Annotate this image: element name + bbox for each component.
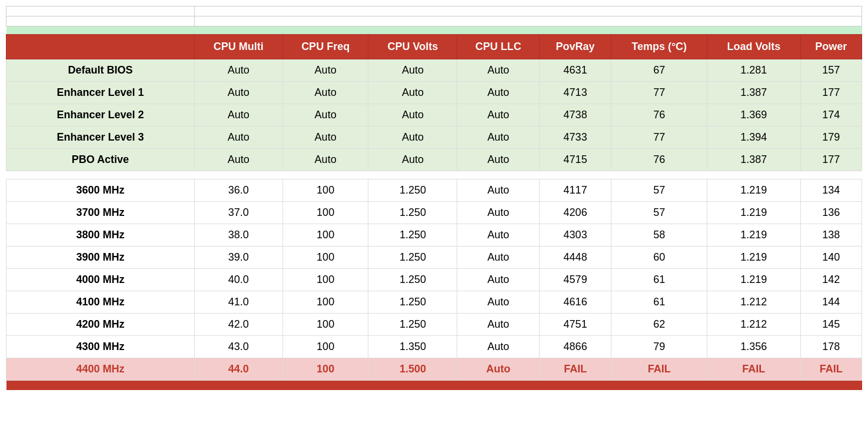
row-cell: Auto [457, 269, 540, 291]
row-cell: Auto [457, 202, 540, 224]
row-cell: 4616 [540, 291, 611, 314]
row-label: 4100 MHz [6, 291, 195, 314]
row-cell: 1.219 [707, 269, 800, 291]
row-cell: 4733 [540, 126, 611, 149]
red-bottom-bar [6, 381, 862, 390]
row-label: 3800 MHz [6, 224, 195, 247]
row-cell: Auto [457, 247, 540, 269]
row-cell: 4448 [540, 247, 611, 269]
row-label: Enhancer Level 2 [6, 104, 195, 126]
row-cell: 1.250 [368, 247, 457, 269]
row-label: 4200 MHz [6, 314, 195, 336]
col-header-cpu-freq: CPU Freq [282, 35, 368, 59]
white-data-row: 3800 MHz38.01001.250Auto4303581.219138 [6, 224, 862, 247]
row-label: Enhancer Level 3 [6, 126, 195, 149]
row-cell: 61 [611, 291, 707, 314]
row-cell: 1.250 [368, 269, 457, 291]
col-header-power: Power [800, 35, 862, 59]
row-cell: 4751 [540, 314, 611, 336]
white-data-row: 3900 MHz39.01001.250Auto4448601.219140 [6, 247, 862, 269]
col-header-load-volts: Load Volts [707, 35, 800, 59]
row-cell: 4579 [540, 269, 611, 291]
row-cell: 1.394 [707, 126, 800, 149]
row-cell: 100 [282, 247, 368, 269]
row-cell: Auto [457, 126, 540, 149]
fail-data-row: 4400 MHz44.01001.500AutoFAILFAILFAILFAIL [6, 358, 862, 381]
row-cell: 1.356 [707, 336, 800, 358]
row-cell: Auto [457, 314, 540, 336]
row-cell: 57 [611, 202, 707, 224]
column-header-row: CPU Multi CPU Freq CPU Volts CPU LLC Pov… [6, 35, 862, 59]
row-cell: 100 [282, 179, 368, 202]
row-cell: Auto [282, 104, 368, 126]
row-label: 3600 MHz [6, 179, 195, 202]
row-cell: 1.281 [707, 59, 800, 82]
col-header-cpu-volts: CPU Volts [368, 35, 457, 59]
row-cell: 1.219 [707, 247, 800, 269]
white-data-row: 4200 MHz42.01001.250Auto4751621.212145 [6, 314, 862, 336]
row-cell: Auto [457, 104, 540, 126]
row-cell: Auto [194, 126, 282, 149]
cpu-value [194, 16, 862, 26]
row-cell: 178 [800, 336, 862, 358]
row-cell: 79 [611, 336, 707, 358]
col-header-cpu-multi: CPU Multi [194, 35, 282, 59]
row-cell: 60 [611, 247, 707, 269]
spacer-white-middle [6, 171, 862, 179]
row-cell: Auto [457, 82, 540, 104]
row-label: 3900 MHz [6, 247, 195, 269]
row-cell: Auto [194, 59, 282, 82]
row-cell: 4206 [540, 202, 611, 224]
cpu-row [6, 16, 862, 26]
row-label: Enhancer Level 1 [6, 82, 195, 104]
row-cell: 4713 [540, 82, 611, 104]
white-data-row: 4100 MHz41.01001.250Auto4616611.212144 [6, 291, 862, 314]
row-cell: Auto [457, 224, 540, 247]
row-cell: 100 [282, 358, 368, 381]
row-label: 4300 MHz [6, 336, 195, 358]
row-cell: 142 [800, 269, 862, 291]
row-cell: 177 [800, 149, 862, 171]
row-cell: FAIL [800, 358, 862, 381]
row-cell: 1.387 [707, 149, 800, 171]
row-cell: 36.0 [194, 179, 282, 202]
row-cell: 43.0 [194, 336, 282, 358]
row-cell: Auto [457, 336, 540, 358]
row-cell: Auto [457, 358, 540, 381]
row-cell: 42.0 [194, 314, 282, 336]
row-label: 3700 MHz [6, 202, 195, 224]
col-header-temps: Temps (°C) [611, 35, 707, 59]
row-cell: 177 [800, 82, 862, 104]
row-cell: 134 [800, 179, 862, 202]
row-cell: 179 [800, 126, 862, 149]
row-cell: 100 [282, 224, 368, 247]
row-cell: 100 [282, 314, 368, 336]
row-cell: 1.219 [707, 179, 800, 202]
row-cell: 100 [282, 202, 368, 224]
row-cell: 41.0 [194, 291, 282, 314]
row-cell: Auto [457, 149, 540, 171]
white-data-row: 4000 MHz40.01001.250Auto4579611.219142 [6, 269, 862, 291]
row-cell: 4631 [540, 59, 611, 82]
row-cell: 1.387 [707, 82, 800, 104]
green-data-row: PBO ActiveAutoAutoAutoAuto4715761.387177 [6, 149, 862, 171]
row-cell: 157 [800, 59, 862, 82]
row-cell: 1.212 [707, 291, 800, 314]
row-cell: Auto [194, 104, 282, 126]
row-cell: Auto [194, 82, 282, 104]
main-container: CPU Multi CPU Freq CPU Volts CPU LLC Pov… [6, 6, 862, 390]
row-cell: Auto [457, 291, 540, 314]
row-cell: 76 [611, 149, 707, 171]
row-cell: Auto [368, 104, 457, 126]
row-label: Default BIOS [6, 59, 195, 82]
row-cell: 1.250 [368, 224, 457, 247]
spacer-green-top [6, 26, 862, 35]
row-cell: 1.250 [368, 202, 457, 224]
row-cell: 62 [611, 314, 707, 336]
row-cell: 1.250 [368, 179, 457, 202]
row-cell: 77 [611, 82, 707, 104]
row-cell: 1.219 [707, 202, 800, 224]
row-cell: 144 [800, 291, 862, 314]
white-data-row: 3600 MHz36.01001.250Auto4117571.219134 [6, 179, 862, 202]
col-header-cpu-llc: CPU LLC [457, 35, 540, 59]
